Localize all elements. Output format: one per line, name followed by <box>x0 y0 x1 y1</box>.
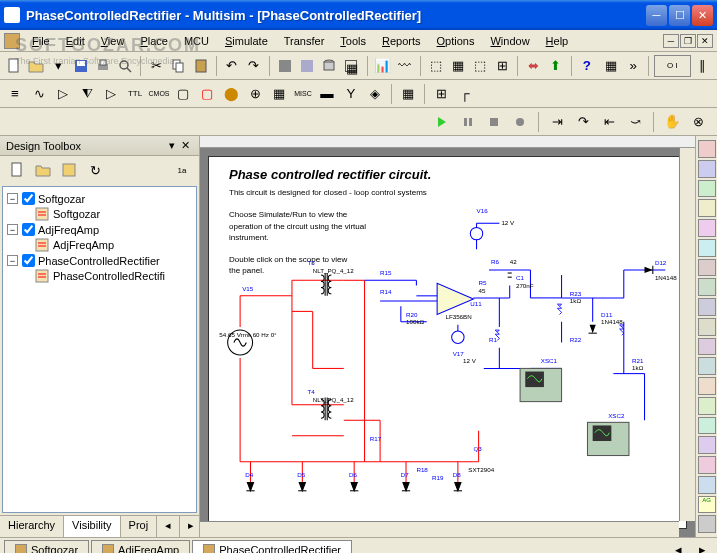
doc-tab-softgozar[interactable]: Softgozar <box>4 540 89 554</box>
menu-place[interactable]: Place <box>132 32 176 50</box>
instrument-wordgen[interactable] <box>698 278 716 296</box>
design-tree[interactable]: − Softgozar Softgozar − AdjFreqAmp AdjFr… <box>2 186 197 513</box>
tab-scroll-left[interactable]: ◂ <box>157 516 180 537</box>
paste-button[interactable] <box>190 55 210 77</box>
tb-btn-8[interactable]: ▦ <box>448 55 468 77</box>
menu-transfer[interactable]: Transfer <box>276 32 333 50</box>
run-button[interactable] <box>431 111 453 133</box>
tab-visibility[interactable]: Visibility <box>64 516 121 537</box>
menu-help[interactable]: Help <box>538 32 577 50</box>
menu-tools[interactable]: Tools <box>332 32 374 50</box>
bus-icon[interactable]: ┌ <box>454 83 476 105</box>
instrument-agilent-fg[interactable] <box>698 417 716 435</box>
doc-tab-phasecontrolledrectifier[interactable]: PhaseControlledRectifier <box>192 540 352 554</box>
instrument-wattmeter[interactable] <box>698 180 716 198</box>
menu-reports[interactable]: Reports <box>374 32 429 50</box>
sb-save[interactable] <box>58 159 80 181</box>
pause-sim-button[interactable]: ∥ <box>693 55 713 77</box>
cut-button[interactable]: ✂ <box>146 55 166 77</box>
instrument-tek[interactable] <box>698 476 716 494</box>
instrument-spec[interactable] <box>698 377 716 395</box>
tree-check[interactable] <box>22 254 35 267</box>
tree-collapse-icon[interactable]: − <box>7 193 18 204</box>
menu-mcu[interactable]: MCU <box>176 32 217 50</box>
mdi-close[interactable]: ✕ <box>697 34 713 48</box>
tree-item-adjfreqamp[interactable]: − AdjFreqAmp <box>7 222 192 237</box>
print-button[interactable] <box>93 55 113 77</box>
antenna-icon[interactable]: Y <box>340 83 362 105</box>
instrument-iv[interactable] <box>698 338 716 356</box>
instrument-agilent-scope[interactable] <box>698 456 716 474</box>
doc-tab-adjfreqamp[interactable]: AdjFreqAmp <box>91 540 190 554</box>
schematic-canvas[interactable]: Phase controlled rectifier circuit. This… <box>208 156 687 529</box>
new-button[interactable] <box>4 55 24 77</box>
tb-btn-4[interactable]: ▦ <box>341 55 361 77</box>
indicator-icon[interactable]: ▦ <box>268 83 290 105</box>
arrow-button[interactable]: ▾ <box>48 55 68 77</box>
db-button[interactable] <box>319 55 339 77</box>
tree-child-adjfreqamp[interactable]: AdjFreqAmp <box>35 237 192 253</box>
horizontal-scrollbar[interactable] <box>200 521 679 537</box>
sb-filter[interactable]: 1a <box>171 159 193 181</box>
misc4-icon[interactable]: ⊕ <box>244 83 266 105</box>
tb-right-2[interactable]: » <box>623 55 643 77</box>
opamp-icon[interactable]: ▷ <box>100 83 122 105</box>
sidebar-close[interactable]: ✕ <box>178 139 193 152</box>
doctab-scroll-right[interactable]: ▸ <box>691 539 713 554</box>
tab-hierarchy[interactable]: Hierarchy <box>0 516 64 537</box>
instrument-probe[interactable] <box>698 515 716 533</box>
mdi-restore[interactable]: ❐ <box>680 34 696 48</box>
undo-button[interactable]: ↶ <box>222 55 242 77</box>
tb-btn-11[interactable]: ⬌ <box>523 55 543 77</box>
misc-icon[interactable]: MISC <box>292 83 314 105</box>
tb-btn-6[interactable]: 〰 <box>395 55 415 77</box>
minimize-button[interactable]: ─ <box>646 5 667 26</box>
instrument-net[interactable] <box>698 397 716 415</box>
resistor-icon[interactable]: ∿ <box>28 83 50 105</box>
copy-button[interactable] <box>168 55 188 77</box>
save-button[interactable] <box>71 55 91 77</box>
instrument-scope[interactable] <box>698 199 716 217</box>
hier-icon[interactable]: ⊞ <box>430 83 452 105</box>
tb-right-1[interactable]: ▦ <box>601 55 621 77</box>
menu-options[interactable]: Options <box>429 32 483 50</box>
break2-button[interactable]: ⊗ <box>687 111 709 133</box>
instrument-4chscope[interactable] <box>698 219 716 237</box>
mdi-minimize[interactable]: ─ <box>663 34 679 48</box>
instrument-logicconv[interactable] <box>698 318 716 336</box>
tb-btn-1[interactable] <box>275 55 295 77</box>
sidebar-pin[interactable]: ▾ <box>166 139 178 152</box>
tb-btn-9[interactable]: ⬚ <box>470 55 490 77</box>
misc1-icon[interactable]: ▢ <box>172 83 194 105</box>
mdi-document-icon[interactable] <box>4 33 20 49</box>
misc3-icon[interactable]: ⬤ <box>220 83 242 105</box>
record-button[interactable] <box>509 111 531 133</box>
tree-child-phasecontrolledrectifier[interactable]: PhaseControlledRectifi <box>35 268 192 284</box>
tb-btn-12[interactable]: ⬆ <box>546 55 566 77</box>
canvas-area[interactable]: Phase controlled rectifier circuit. This… <box>200 148 695 537</box>
instrument-multimeter[interactable] <box>698 140 716 158</box>
preview-button[interactable] <box>115 55 135 77</box>
vertical-scrollbar[interactable] <box>679 148 695 521</box>
tree-check[interactable] <box>22 192 35 205</box>
menu-file[interactable]: File <box>24 32 58 50</box>
instrument-dist[interactable] <box>698 357 716 375</box>
instrument-logic[interactable] <box>698 298 716 316</box>
step-over-button[interactable]: ↷ <box>572 111 594 133</box>
diode-icon[interactable]: ▷ <box>52 83 74 105</box>
tree-item-phasecontrolledrectifier[interactable]: − PhaseControlledRectifier <box>7 253 192 268</box>
sb-new[interactable] <box>6 159 28 181</box>
tree-child-softgozar[interactable]: Softgozar <box>35 206 192 222</box>
tree-check[interactable] <box>22 223 35 236</box>
tab-project[interactable]: Proj <box>121 516 158 537</box>
doctab-scroll-left[interactable]: ◂ <box>667 539 689 554</box>
tb-btn-7[interactable]: ⬚ <box>426 55 446 77</box>
ttl-icon[interactable]: TTL <box>124 83 146 105</box>
tb-btn-5[interactable]: 📊 <box>372 55 392 77</box>
break-button[interactable]: ✋ <box>661 111 683 133</box>
instrument-agilent-mm[interactable] <box>698 436 716 454</box>
sb-refresh[interactable]: ↻ <box>84 159 106 181</box>
menu-simulate[interactable]: Simulate <box>217 32 276 50</box>
ground-icon[interactable]: ≡ <box>4 83 26 105</box>
sb-open[interactable] <box>32 159 54 181</box>
